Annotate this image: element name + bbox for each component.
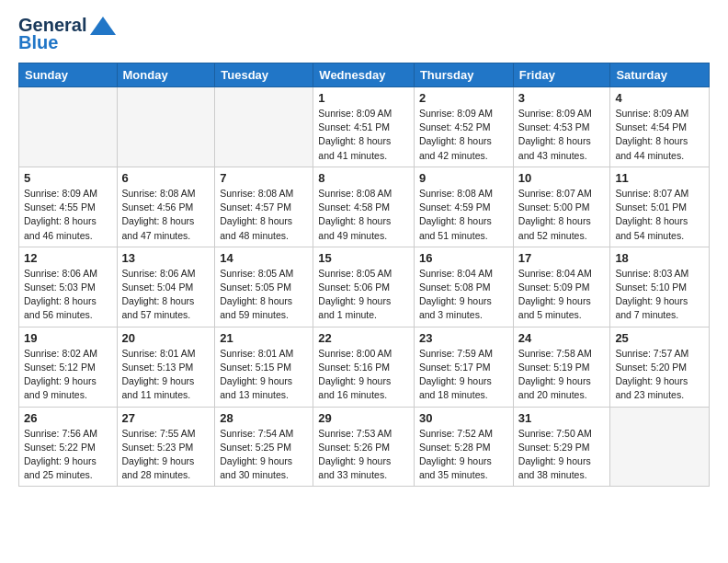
calendar-cell: 2Sunrise: 8:09 AM Sunset: 4:52 PM Daylig… [414, 87, 513, 167]
day-number: 19 [24, 331, 112, 345]
calendar-cell: 23Sunrise: 7:59 AM Sunset: 5:17 PM Dayli… [414, 327, 513, 407]
calendar-cell: 28Sunrise: 7:54 AM Sunset: 5:25 PM Dayli… [215, 407, 313, 487]
weekday-sunday: Sunday [19, 63, 118, 87]
calendar-cell: 6Sunrise: 8:08 AM Sunset: 4:56 PM Daylig… [117, 167, 215, 247]
calendar-cell: 29Sunrise: 7:53 AM Sunset: 5:26 PM Dayli… [313, 407, 415, 487]
day-number: 22 [318, 331, 409, 345]
day-number: 2 [419, 91, 508, 105]
day-info: Sunrise: 8:09 AM Sunset: 4:55 PM Dayligh… [24, 187, 112, 243]
day-number: 24 [518, 331, 606, 345]
day-number: 18 [615, 251, 704, 265]
calendar-cell: 1Sunrise: 8:09 AM Sunset: 4:51 PM Daylig… [313, 87, 415, 167]
day-info: Sunrise: 7:52 AM Sunset: 5:28 PM Dayligh… [419, 427, 508, 483]
day-info: Sunrise: 8:04 AM Sunset: 5:09 PM Dayligh… [518, 267, 606, 323]
calendar-cell: 11Sunrise: 8:07 AM Sunset: 5:01 PM Dayli… [610, 167, 710, 247]
day-info: Sunrise: 7:56 AM Sunset: 5:22 PM Dayligh… [24, 427, 112, 483]
day-number: 20 [122, 331, 210, 345]
calendar-cell: 13Sunrise: 8:06 AM Sunset: 5:04 PM Dayli… [117, 247, 215, 327]
day-number: 8 [318, 171, 409, 185]
calendar-cell: 25Sunrise: 7:57 AM Sunset: 5:20 PM Dayli… [610, 327, 710, 407]
day-info: Sunrise: 8:09 AM Sunset: 4:52 PM Dayligh… [419, 107, 508, 163]
day-number: 10 [518, 171, 606, 185]
day-info: Sunrise: 8:08 AM Sunset: 4:58 PM Dayligh… [318, 187, 409, 243]
day-number: 21 [220, 331, 308, 345]
day-number: 30 [419, 411, 508, 425]
weekday-friday: Friday [513, 63, 610, 87]
weekday-thursday: Thursday [414, 63, 513, 87]
calendar-table: SundayMondayTuesdayWednesdayThursdayFrid… [18, 63, 710, 487]
calendar-cell [19, 87, 118, 167]
calendar-cell: 10Sunrise: 8:07 AM Sunset: 5:00 PM Dayli… [513, 167, 610, 247]
logo-icon [90, 17, 116, 35]
calendar-cell: 30Sunrise: 7:52 AM Sunset: 5:28 PM Dayli… [414, 407, 513, 487]
weekday-tuesday: Tuesday [215, 63, 313, 87]
calendar-cell: 4Sunrise: 8:09 AM Sunset: 4:54 PM Daylig… [610, 87, 710, 167]
day-info: Sunrise: 8:06 AM Sunset: 5:04 PM Dayligh… [122, 267, 210, 323]
day-number: 9 [419, 171, 508, 185]
day-info: Sunrise: 8:09 AM Sunset: 4:51 PM Dayligh… [318, 107, 409, 163]
day-number: 1 [318, 91, 409, 105]
calendar-cell: 20Sunrise: 8:01 AM Sunset: 5:13 PM Dayli… [117, 327, 215, 407]
calendar-cell: 14Sunrise: 8:05 AM Sunset: 5:05 PM Dayli… [215, 247, 313, 327]
day-number: 6 [122, 171, 210, 185]
calendar-cell: 24Sunrise: 7:58 AM Sunset: 5:19 PM Dayli… [513, 327, 610, 407]
day-number: 15 [318, 251, 409, 265]
calendar-cell: 5Sunrise: 8:09 AM Sunset: 4:55 PM Daylig… [19, 167, 118, 247]
day-number: 12 [24, 251, 112, 265]
day-info: Sunrise: 8:02 AM Sunset: 5:12 PM Dayligh… [24, 347, 112, 403]
calendar-cell: 9Sunrise: 8:08 AM Sunset: 4:59 PM Daylig… [414, 167, 513, 247]
calendar-cell: 12Sunrise: 8:06 AM Sunset: 5:03 PM Dayli… [19, 247, 118, 327]
calendar-cell: 16Sunrise: 8:04 AM Sunset: 5:08 PM Dayli… [414, 247, 513, 327]
day-info: Sunrise: 7:59 AM Sunset: 5:17 PM Dayligh… [419, 347, 508, 403]
logo: General Blue [18, 15, 116, 53]
day-info: Sunrise: 8:01 AM Sunset: 5:15 PM Dayligh… [220, 347, 308, 403]
day-info: Sunrise: 8:07 AM Sunset: 5:01 PM Dayligh… [615, 187, 704, 243]
day-info: Sunrise: 8:00 AM Sunset: 5:16 PM Dayligh… [318, 347, 409, 403]
day-info: Sunrise: 7:53 AM Sunset: 5:26 PM Dayligh… [318, 427, 409, 483]
weekday-wednesday: Wednesday [313, 63, 415, 87]
week-row-3: 12Sunrise: 8:06 AM Sunset: 5:03 PM Dayli… [19, 247, 710, 327]
week-row-4: 19Sunrise: 8:02 AM Sunset: 5:12 PM Dayli… [19, 327, 710, 407]
day-number: 4 [615, 91, 704, 105]
week-row-1: 1Sunrise: 8:09 AM Sunset: 4:51 PM Daylig… [19, 87, 710, 167]
svg-marker-0 [90, 17, 116, 35]
day-number: 17 [518, 251, 606, 265]
calendar-cell: 3Sunrise: 8:09 AM Sunset: 4:53 PM Daylig… [513, 87, 610, 167]
calendar-cell: 21Sunrise: 8:01 AM Sunset: 5:15 PM Dayli… [215, 327, 313, 407]
calendar-cell: 22Sunrise: 8:00 AM Sunset: 5:16 PM Dayli… [313, 327, 415, 407]
week-row-2: 5Sunrise: 8:09 AM Sunset: 4:55 PM Daylig… [19, 167, 710, 247]
day-info: Sunrise: 7:57 AM Sunset: 5:20 PM Dayligh… [615, 347, 704, 403]
day-number: 5 [24, 171, 112, 185]
calendar-cell [610, 407, 710, 487]
weekday-header-row: SundayMondayTuesdayWednesdayThursdayFrid… [19, 63, 710, 87]
day-info: Sunrise: 8:05 AM Sunset: 5:06 PM Dayligh… [318, 267, 409, 323]
calendar-cell: 31Sunrise: 7:50 AM Sunset: 5:29 PM Dayli… [513, 407, 610, 487]
day-info: Sunrise: 8:09 AM Sunset: 4:53 PM Dayligh… [518, 107, 606, 163]
day-info: Sunrise: 8:08 AM Sunset: 4:57 PM Dayligh… [220, 187, 308, 243]
day-info: Sunrise: 8:05 AM Sunset: 5:05 PM Dayligh… [220, 267, 308, 323]
day-number: 16 [419, 251, 508, 265]
calendar-cell [117, 87, 215, 167]
day-number: 28 [220, 411, 308, 425]
day-number: 29 [318, 411, 409, 425]
day-info: Sunrise: 7:58 AM Sunset: 5:19 PM Dayligh… [518, 347, 606, 403]
day-info: Sunrise: 8:07 AM Sunset: 5:00 PM Dayligh… [518, 187, 606, 243]
weekday-saturday: Saturday [610, 63, 710, 87]
day-info: Sunrise: 8:01 AM Sunset: 5:13 PM Dayligh… [122, 347, 210, 403]
header: General Blue [18, 15, 710, 53]
week-row-5: 26Sunrise: 7:56 AM Sunset: 5:22 PM Dayli… [19, 407, 710, 487]
day-info: Sunrise: 8:08 AM Sunset: 4:56 PM Dayligh… [122, 187, 210, 243]
day-number: 23 [419, 331, 508, 345]
day-number: 27 [122, 411, 210, 425]
page: General Blue SundayMondayTuesdayWednesda… [0, 0, 728, 563]
day-info: Sunrise: 8:04 AM Sunset: 5:08 PM Dayligh… [419, 267, 508, 323]
calendar-cell: 19Sunrise: 8:02 AM Sunset: 5:12 PM Dayli… [19, 327, 118, 407]
calendar-cell [215, 87, 313, 167]
day-info: Sunrise: 7:55 AM Sunset: 5:23 PM Dayligh… [122, 427, 210, 483]
day-number: 31 [518, 411, 606, 425]
day-info: Sunrise: 8:06 AM Sunset: 5:03 PM Dayligh… [24, 267, 112, 323]
day-info: Sunrise: 8:09 AM Sunset: 4:54 PM Dayligh… [615, 107, 704, 163]
calendar-cell: 27Sunrise: 7:55 AM Sunset: 5:23 PM Dayli… [117, 407, 215, 487]
logo-blue: Blue [18, 32, 58, 53]
calendar-cell: 18Sunrise: 8:03 AM Sunset: 5:10 PM Dayli… [610, 247, 710, 327]
